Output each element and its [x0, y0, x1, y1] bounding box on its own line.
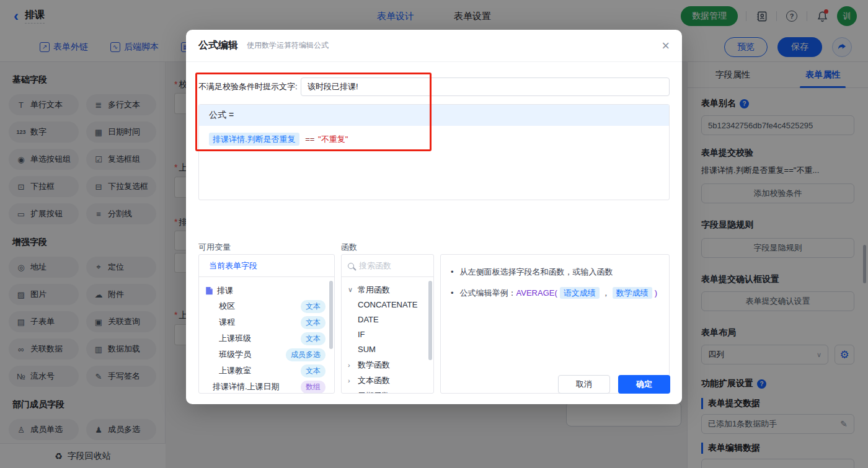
document-icon: [205, 286, 213, 295]
functions-label: 函数: [341, 242, 357, 253]
example-token: 数学成绩: [613, 287, 652, 299]
functions-panel: ∨ 常用函数 CONCATENATE DATE IF SUM › 数学函数 › …: [341, 254, 434, 394]
type-badge: 文本: [301, 300, 326, 313]
formula-edit-modal: 公式编辑 使用数学运算符编辑公式 × 不满足校验条件时提示文字: 公式 = 排课…: [186, 30, 682, 404]
formula-field-token[interactable]: 排课详情.判断是否重复: [209, 133, 299, 146]
modal-title: 公式编辑: [198, 39, 238, 52]
type-badge: 文本: [301, 316, 326, 329]
variables-tab-current-form[interactable]: 当前表单字段: [199, 255, 334, 277]
help-tip-1: • 从左侧面板选择字段名和函数，或输入函数: [451, 266, 659, 278]
validation-tip-label: 不满足校验条件时提示文字:: [198, 77, 298, 96]
cancel-button[interactable]: 取消: [558, 375, 610, 394]
function-item[interactable]: DATE: [348, 312, 433, 327]
formula-prefix: 公式 =: [199, 105, 669, 126]
caret-down-icon: ∨: [348, 286, 354, 294]
variables-label: 可用变量: [198, 242, 231, 253]
type-badge: 文本: [301, 332, 326, 345]
formula-help-panel: • 从左侧面板选择字段名和函数，或输入函数 • 公式编辑举例：AVERAGE(语…: [440, 254, 670, 394]
caret-right-icon: ›: [348, 361, 354, 369]
type-badge: 成员多选: [286, 348, 326, 361]
formula-operator: ==: [305, 135, 314, 144]
scrollbar[interactable]: [329, 281, 333, 349]
variables-tree: 排课 校区 文本 课程 文本 上课班级 文本 班级学员 成员多选: [199, 277, 334, 394]
type-badge: 文本: [301, 364, 326, 377]
validation-tip-input[interactable]: [301, 77, 670, 96]
example-token: 语文成绩: [560, 287, 600, 299]
function-group-date[interactable]: › 日期函数: [348, 388, 433, 394]
variable-row[interactable]: 校区 文本: [205, 298, 328, 314]
function-item[interactable]: IF: [348, 327, 433, 342]
function-group-math[interactable]: › 数学函数: [348, 357, 433, 373]
function-group-common[interactable]: ∨ 常用函数: [348, 282, 433, 298]
formula-string-value: "不重复": [318, 135, 348, 144]
function-item[interactable]: SUM: [348, 342, 433, 357]
type-badge: 数组: [301, 381, 326, 394]
modal-subtitle: 使用数学运算符编辑公式: [247, 40, 329, 51]
formula-editor[interactable]: 公式 = 排课详情.判断是否重复 == "不重复": [198, 104, 670, 200]
caret-right-icon: ›: [348, 392, 354, 394]
function-item[interactable]: CONCATENATE: [348, 298, 433, 312]
help-tip-2: • 公式编辑举例：AVERAGE(语文成绩，数学成绩): [451, 287, 659, 299]
variable-row[interactable]: 上课班级 文本: [205, 330, 328, 347]
modal-body: 不满足校验条件时提示文字: 公式 = 排课详情.判断是否重复 == "不重复" …: [186, 62, 682, 404]
bullet-icon: •: [451, 287, 454, 299]
function-search: [342, 255, 433, 277]
confirm-button[interactable]: 确定: [618, 375, 670, 394]
bullet-icon: •: [451, 266, 454, 278]
variable-row[interactable]: 课程 文本: [205, 314, 328, 330]
variable-row[interactable]: 排课详情.上课日期 数组: [205, 379, 328, 394]
variable-row[interactable]: 上课教室 文本: [205, 363, 328, 379]
variables-panel: 当前表单字段 排课 校区 文本 课程 文本 上课班级 文本: [198, 254, 335, 394]
variables-root-node[interactable]: 排课: [205, 283, 328, 298]
function-search-input[interactable]: [359, 261, 427, 270]
modal-header: 公式编辑 使用数学运算符编辑公式 ×: [186, 30, 682, 62]
close-icon[interactable]: ×: [662, 39, 670, 53]
functions-tree: ∨ 常用函数 CONCATENATE DATE IF SUM › 数学函数 › …: [342, 277, 433, 394]
variable-row[interactable]: 班级学员 成员多选: [205, 347, 328, 363]
formula-expression[interactable]: 排课详情.判断是否重复 == "不重复": [199, 126, 669, 153]
caret-right-icon: ›: [348, 377, 354, 384]
scrollbar[interactable]: [428, 281, 432, 360]
search-icon: [348, 263, 354, 269]
function-group-text[interactable]: › 文本函数: [348, 373, 433, 388]
